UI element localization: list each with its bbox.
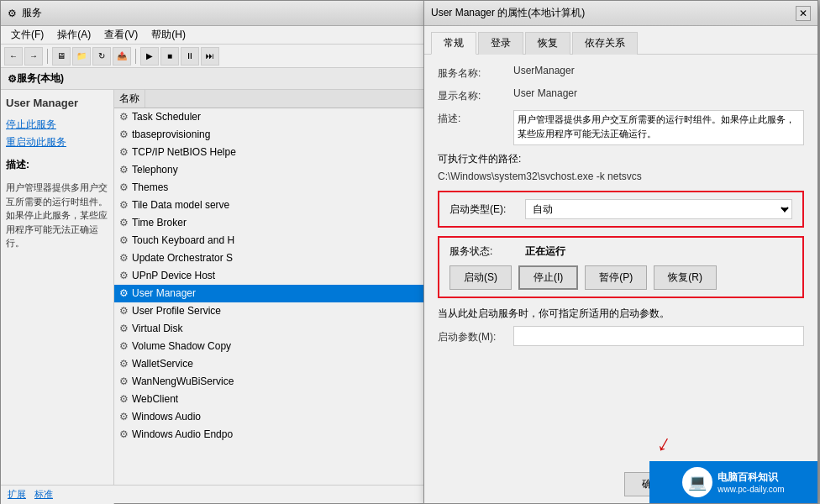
list-item[interactable]: ⚙ Windows Audio Endpo [114, 426, 428, 444]
service-item-icon: ⚙ [119, 323, 129, 334]
desc-row: 描述: 用户管理器提供多用户交互所需要的运行时组件。如果停止此服务，某些应用程序… [438, 110, 804, 145]
statusbar-tab-expand[interactable]: 扩展 [8, 488, 26, 501]
service-item-icon: ⚙ [119, 305, 129, 317]
service-item-name: Virtual Disk [132, 323, 182, 334]
list-item[interactable]: ⚙ Telephony [114, 161, 428, 179]
outer-header-text: 服务(本地) [17, 71, 64, 86]
menu-help[interactable]: 帮助(H) [145, 26, 192, 44]
services-titlebar: ⚙ 服务 [1, 1, 428, 26]
menu-action[interactable]: 操作(A) [50, 26, 97, 44]
desc-value: 用户管理器提供多用户交互所需要的运行时组件。如果停止此服务，某些应用程序可能无法… [513, 110, 804, 145]
exec-path-value: C:\Windows\system32\svchost.exe -k netsv… [438, 169, 804, 184]
dialog-title: User Manager 的属性(本地计算机) [431, 6, 585, 20]
startup-label: 启动类型(E): [449, 202, 525, 217]
display-name-value: User Manager [513, 87, 804, 99]
services-statusbar: 扩展 标准 [1, 485, 428, 503]
service-control-buttons: 启动(S) 停止(I) 暂停(P) 恢复(R) [449, 265, 792, 290]
service-item-icon: ⚙ [119, 270, 129, 281]
toolbar-sep2 [135, 49, 136, 64]
start-service-button[interactable]: 启动(S) [449, 265, 512, 290]
toolbar-computer[interactable]: 🖥 [52, 47, 71, 66]
stop-service-link[interactable]: 停止此服务 [6, 118, 108, 132]
desc-label: 描述: [438, 110, 513, 126]
list-item[interactable]: ⚙ Task Scheduler [114, 108, 428, 126]
menu-file[interactable]: 文件(F) [4, 26, 50, 44]
toolbar-pause[interactable]: ⏸ [181, 47, 199, 66]
left-panel-description: 描述: 用户管理器提供多用户交互所需要的运行时组件。如果停止此服务，某些应用程序… [6, 158, 108, 250]
toolbar-export[interactable]: 📤 [113, 47, 131, 66]
tab-logon[interactable]: 登录 [478, 32, 523, 55]
service-list: ⚙ Task Scheduler ⚙ tbaseprovisioning ⚙ T… [114, 108, 428, 504]
toolbar-refresh[interactable]: ↻ [92, 47, 111, 66]
startup-type-select[interactable]: 自动 手动 禁用 [525, 199, 792, 219]
list-item[interactable]: ⚙ Themes [114, 179, 428, 197]
pause-service-button[interactable]: 暂停(P) [585, 265, 647, 290]
service-item-name: TCP/IP NetBIOS Helpe [132, 146, 236, 158]
service-item-name: Time Broker [132, 217, 187, 228]
list-item[interactable]: ⚙ WebClient [114, 391, 428, 408]
service-item-icon: ⚙ [119, 164, 129, 176]
exec-path-section: 可执行文件的路径: C:\Windows\system32\svchost.ex… [438, 152, 804, 184]
list-item[interactable]: ⚙ Windows Audio [114, 408, 428, 426]
col-name: 名称 [114, 90, 145, 108]
tab-dependencies[interactable]: 依存关系 [572, 32, 638, 55]
startup-params-label: 启动参数(M): [438, 328, 513, 344]
list-item[interactable]: ⚙ Virtual Disk [114, 320, 428, 338]
service-item-icon: ⚙ [119, 375, 129, 387]
list-item[interactable]: ⚙ WanNengWuBiService [114, 373, 428, 391]
toolbar-play[interactable]: ▶ [140, 47, 159, 66]
startup-type-section: 启动类型(E): 自动 手动 禁用 ▼ [438, 191, 804, 228]
toolbar-stop[interactable]: ■ [160, 47, 179, 66]
list-item[interactable]: ⚙ User Profile Service [114, 302, 428, 320]
services-title: 服务 [22, 6, 42, 20]
status-value: 正在运行 [525, 244, 565, 259]
list-item[interactable]: ⚙ tbaseprovisioning [114, 126, 428, 144]
dialog-tabs: 常规 登录 恢复 依存关系 [424, 26, 817, 55]
tab-recovery[interactable]: 恢复 [525, 32, 570, 55]
dialog-close-button[interactable]: ✕ [796, 6, 811, 21]
watermark: 💻 电脑百科知识 www.pc-daily.com [649, 461, 817, 503]
startup-params-desc: 当从此处启动服务时，你可指定所适用的启动参数。 [438, 307, 804, 321]
service-status-section: 服务状态: 正在运行 启动(S) 停止(I) 暂停(P) 恢复(R) [438, 236, 804, 298]
toolbar-folder[interactable]: 📁 [72, 47, 91, 66]
desc-title: 描述: [6, 158, 108, 172]
list-item-selected[interactable]: ⚙ User Manager [114, 285, 428, 302]
service-item-icon: ⚙ [119, 181, 129, 193]
properties-dialog: User Manager 的属性(本地计算机) ✕ 常规 登录 恢复 依存关系 … [423, 0, 818, 504]
tab-general[interactable]: 常规 [431, 32, 476, 55]
list-item[interactable]: ⚙ Volume Shadow Copy [114, 338, 428, 355]
list-item[interactable]: ⚙ Tile Data model serve [114, 197, 428, 214]
toolbar-back[interactable]: ← [4, 47, 23, 66]
list-item[interactable]: ⚙ WalletService [114, 355, 428, 373]
services-panel-area: User Manager 停止此服务 重启动此服务 描述: 用户管理器提供多用户… [1, 90, 428, 504]
service-item-icon: ⚙ [119, 252, 129, 264]
toolbar-restart[interactable]: ⏭ [201, 47, 219, 66]
service-item-icon: ⚙ [119, 287, 129, 299]
menu-view[interactable]: 查看(V) [97, 26, 145, 44]
list-item[interactable]: ⚙ UPnP Device Host [114, 267, 428, 285]
service-item-name: UPnP Device Host [132, 270, 215, 281]
list-item[interactable]: ⚙ Update Orchestrator S [114, 249, 428, 267]
exec-path-label: 可执行文件的路径: [438, 152, 804, 166]
watermark-icon: 💻 [682, 467, 712, 497]
list-item[interactable]: ⚙ TCP/IP NetBIOS Helpe [114, 144, 428, 161]
toolbar-forward[interactable]: → [24, 47, 43, 66]
restart-service-link[interactable]: 重启动此服务 [6, 135, 108, 150]
service-item-name: Touch Keyboard and H [132, 234, 234, 246]
list-item[interactable]: ⚙ Touch Keyboard and H [114, 232, 428, 249]
service-item-icon: ⚙ [119, 234, 129, 246]
statusbar-tab-standard[interactable]: 标准 [34, 488, 53, 501]
startup-params-input[interactable] [513, 326, 804, 346]
watermark-brand: 电脑百科知识 [718, 470, 784, 485]
list-item[interactable]: ⚙ Time Broker [114, 214, 428, 232]
service-name-row: 服务名称: UserManager [438, 65, 804, 81]
service-item-name: Themes [132, 181, 168, 193]
services-toolbar: ← → 🖥 📁 ↻ 📤 ▶ ■ ⏸ ⏭ [1, 45, 428, 68]
services-outer-header: ⚙ 服务(本地) [1, 68, 428, 90]
startup-params-section: 当从此处启动服务时，你可指定所适用的启动参数。 启动参数(M): [438, 307, 804, 346]
startup-row: 启动类型(E): 自动 手动 禁用 ▼ [449, 199, 792, 219]
resume-service-button[interactable]: 恢复(R) [654, 265, 717, 290]
service-item-name: WalletService [132, 358, 193, 370]
arrow-indicator: ↓ [653, 429, 676, 459]
stop-service-button[interactable]: 停止(I) [518, 265, 578, 290]
